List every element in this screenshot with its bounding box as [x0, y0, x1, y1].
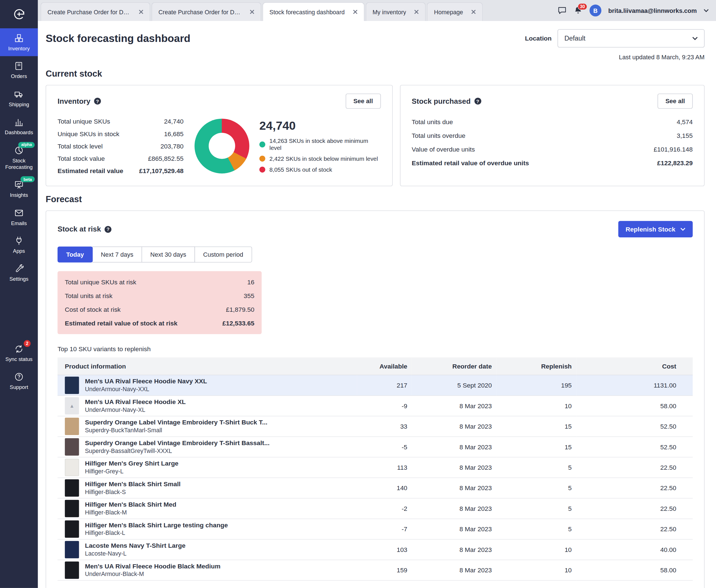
sidebar-item-settings[interactable]: Settings	[0, 259, 38, 287]
stat-row: Estimated retail value£17,107,529.48	[58, 164, 184, 177]
help-icon[interactable]: ?	[94, 98, 101, 104]
product-sku: Superdry-BuckTanMarl-Small	[85, 427, 267, 435]
sidebar-item-label: Orders	[11, 73, 27, 80]
stat-row: Total stock value£865,852.55	[58, 152, 184, 164]
cost-value: 58.00	[576, 396, 693, 416]
sidebar-item-label: Support	[10, 384, 28, 390]
page-header: Stock forecasting dashboard Location Def…	[46, 29, 704, 47]
wrench-icon	[14, 264, 24, 273]
chevron-down-icon	[680, 227, 686, 231]
replenish-value: 10	[496, 539, 576, 560]
chevron-down-icon[interactable]	[704, 9, 709, 12]
user-email[interactable]: brita.liivamaa@linnworks.com	[608, 7, 697, 14]
legend-item: 14,263 SKUs in stock above minimum level	[259, 137, 381, 151]
tab-homepage[interactable]: Homepage	[427, 2, 483, 21]
green-dot-icon	[259, 141, 265, 147]
replenish-stock-button[interactable]: Replenish Stock	[618, 221, 693, 237]
reorder-date-value: 8 Mar 2023	[412, 498, 496, 519]
sidebar-item-insights[interactable]: beta Insights	[0, 175, 38, 203]
product-sku: Hilfiger-Black-L	[85, 529, 228, 537]
product-name: Hilfiger Men's Grey Shirt Large	[85, 459, 179, 467]
notifications-bell-icon[interactable]: 30	[574, 6, 583, 15]
cost-value: 40.00	[576, 539, 693, 560]
inventory-card-title: Inventory ?	[58, 97, 101, 105]
tab-bar: Create Purchase Order for Default Create…	[38, 0, 716, 21]
linnworks-logo-icon[interactable]	[0, 0, 38, 28]
table-row[interactable]: Men's UA Rival Fleece Hoodie Black Mediu…	[58, 560, 693, 580]
table-row[interactable]: Superdry Orange Label Vintage Embroidery…	[58, 416, 693, 437]
stat-row: Unique SKUs in stock16,685	[58, 127, 184, 140]
sidebar-item-support[interactable]: Support	[0, 367, 38, 395]
tab-label: My inventory	[372, 8, 406, 15]
table-row[interactable]: Lacoste Mens Navy T-Shirt Large Lacoste-…	[58, 539, 693, 560]
table-row[interactable]: Men's UA Rival Fleece Hoodie XL UnderArm…	[58, 396, 693, 416]
table-row[interactable]: Hilfiger Men's Grey Shirt Large Hilfiger…	[58, 457, 693, 478]
close-icon[interactable]	[139, 9, 143, 14]
available-value: 113	[357, 457, 412, 478]
product-name: Lacoste Mens Navy T-Shirt Large	[85, 542, 185, 550]
cost-value: 58.00	[576, 560, 693, 580]
table-row[interactable]: Superdry Orange Label Vintage Embroidery…	[58, 437, 693, 457]
risk-row: Cost of stock at risk£1,879.50	[65, 302, 254, 316]
table-row[interactable]: Hilfiger Men's Black Shirt Med Hilfiger-…	[58, 498, 693, 519]
stat-row: Value of overdue units£101,916.148	[412, 142, 693, 156]
help-icon[interactable]: ?	[474, 98, 481, 104]
donut-info: 24,740 14,263 SKUs in stock above minimu…	[259, 119, 381, 173]
sidebar-item-emails[interactable]: Emails	[0, 203, 38, 231]
product-thumbnail	[65, 459, 79, 476]
period-tab-custom-period[interactable]: Custom period	[195, 247, 252, 262]
close-icon[interactable]	[353, 9, 357, 14]
replenish-value: 5	[496, 478, 576, 498]
sidebar-item-apps[interactable]: Apps	[0, 231, 38, 259]
product-thumbnail	[65, 438, 79, 456]
cost-value: 22.50	[576, 457, 693, 478]
inventory-see-all-button[interactable]: See all	[346, 94, 381, 109]
close-icon[interactable]	[414, 9, 419, 14]
sidebar-item-inventory[interactable]: Inventory	[0, 28, 38, 56]
sidebar-item-sync-status[interactable]: 2 Sync status	[0, 339, 38, 367]
stock-purchased-see-all-button[interactable]: See all	[657, 94, 693, 109]
available-value: -7	[357, 519, 412, 539]
question-circle-icon	[14, 372, 24, 382]
tab-my-inventory[interactable]: My inventory	[366, 2, 426, 21]
reorder-date-value: 8 Mar 2023	[412, 396, 496, 416]
reorder-date-value: 8 Mar 2023	[412, 519, 496, 539]
chat-icon[interactable]	[557, 6, 567, 15]
app-window: Inventory Orders Shipping Dashboards alp…	[0, 0, 716, 588]
stock-at-risk-title: Stock at risk ?	[58, 225, 111, 233]
column-cost: Cost	[576, 357, 693, 375]
help-icon[interactable]: ?	[105, 226, 111, 232]
table-row[interactable]: Hilfiger Men's Black Shirt Large testing…	[58, 519, 693, 539]
user-avatar[interactable]: B	[590, 4, 601, 16]
period-tab-next-7-days[interactable]: Next 7 days	[92, 247, 142, 262]
close-icon[interactable]	[250, 9, 254, 14]
period-tab-next-30-days[interactable]: Next 30 days	[142, 247, 195, 262]
product-thumbnail	[65, 377, 79, 394]
period-tab-today[interactable]: Today	[58, 247, 93, 262]
sidebar-item-dashboards[interactable]: Dashboards	[0, 112, 38, 140]
sidebar-item-orders[interactable]: Orders	[0, 56, 38, 84]
reorder-date-value: 8 Mar 2023	[412, 539, 496, 560]
table-row[interactable]: Hilfiger Men's Black Shirt Small Hilfige…	[58, 478, 693, 498]
sidebar-item-label: Apps	[13, 248, 25, 254]
sync-count-badge: 2	[24, 340, 30, 347]
sidebar-item-stock-forecasting[interactable]: alpha Stock Forecasting	[0, 140, 38, 175]
tab-stock-forecasting-dashboard[interactable]: Stock forecasting dashboard	[263, 2, 364, 21]
forecast-heading: Forecast	[46, 195, 704, 205]
sidebar-item-shipping[interactable]: Shipping	[0, 84, 38, 112]
stock-purchased-card-title: Stock purchased ?	[412, 97, 481, 105]
tab-create-purchase-order-1[interactable]: Create Purchase Order for Default	[41, 2, 150, 21]
sidebar: Inventory Orders Shipping Dashboards alp…	[0, 0, 38, 588]
legend-item: 8,055 SKUs out of stock	[259, 166, 381, 173]
table-row[interactable]: Men's UA Rival Fleece Hoodie Navy XXL Un…	[58, 375, 693, 395]
location-select[interactable]: Default	[557, 29, 704, 47]
reorder-date-value: 8 Mar 2023	[412, 457, 496, 478]
replenish-value: 10	[496, 396, 576, 416]
red-dot-icon	[259, 167, 265, 172]
close-icon[interactable]	[471, 9, 476, 14]
cost-value: 22.50	[576, 519, 693, 539]
inventory-icon	[14, 33, 24, 43]
available-value: -9	[357, 396, 412, 416]
inventory-card: Inventory ? See all Total unique SKUs24,…	[46, 85, 392, 186]
tab-create-purchase-order-2[interactable]: Create Purchase Order for Default	[151, 2, 261, 21]
